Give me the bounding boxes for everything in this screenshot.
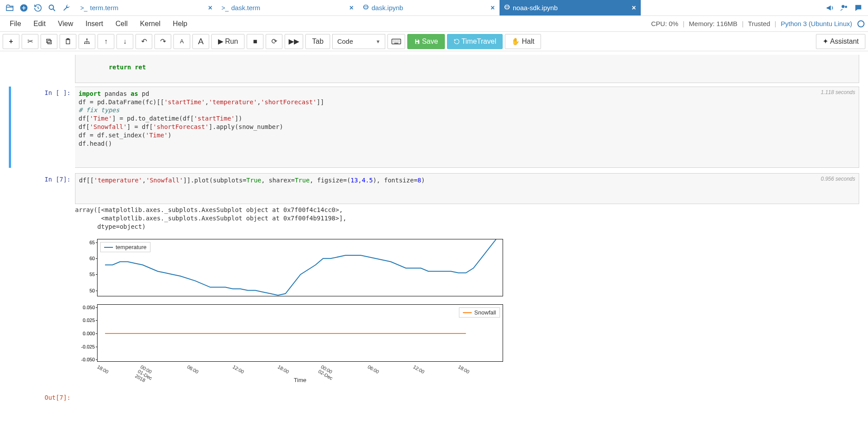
move-down-button[interactable]: ↓ [116,34,133,49]
svg-point-4 [505,5,510,10]
assistant-button[interactable]: ✦ Assistant [816,34,865,49]
plot-output: temperature 50556065 Snowfall -0.050-0.0… [75,235,859,388]
move-up-button[interactable]: ↑ [98,34,114,49]
menu-edit[interactable]: Edit [27,20,52,28]
cpu-status: CPU: 0% [651,20,678,27]
x-axis-label: Time [97,377,503,383]
svg-rect-18 [416,42,418,44]
temperature-line [98,239,504,297]
notebook-area[interactable]: return ret In [ ]: import pandas as pd d… [0,51,868,422]
trusted-status[interactable]: Trusted [748,20,770,27]
paste-button[interactable] [60,34,76,49]
close-icon[interactable]: × [491,4,495,12]
memory-status: Memory: 116MB [689,20,737,27]
output-prompt-row: Out[7]: [9,391,859,401]
svg-rect-17 [416,39,418,41]
megaphone-icon[interactable] [824,2,836,14]
status-bar: CPU: 0% | Memory: 116MB | Trusted | Pyth… [651,20,864,27]
input-prompt: In [ ]: [11,87,75,168]
halt-button[interactable]: ✋ Halt [505,34,541,49]
tab-label: dask.ipynb [372,4,488,11]
menu-view[interactable]: View [52,20,79,28]
search-icon[interactable] [46,2,58,14]
close-icon[interactable]: × [632,4,636,12]
terminal-icon: >_ [222,4,229,11]
wrench-icon[interactable] [60,2,72,14]
timetravel-button[interactable]: TimeTravel [447,34,503,49]
plus-circle-icon[interactable] [18,2,30,14]
code-cell[interactable]: In [7]: df[['temperature','Snowfall']].p… [9,173,859,388]
tab-noaa-sdk-ipynb[interactable]: noaa-sdk.ipynb × [500,0,641,15]
code-input[interactable]: df[['temperature','Snowfall']].plot(subp… [75,173,859,204]
tab-label: term.term [90,4,206,11]
menu-file[interactable]: File [4,20,27,28]
history-icon[interactable] [32,2,44,14]
svg-point-6 [842,5,845,8]
input-prompt: In [7]: [9,173,75,388]
svg-rect-8 [48,40,51,44]
svg-rect-14 [86,42,88,44]
tab-bar: >_ term.term × >_ dask.term × dask.ipynb… [76,0,820,15]
chat-icon[interactable] [852,2,864,14]
menu-bar: File Edit View Insert Cell Kernel Help C… [0,16,868,32]
svg-point-3 [364,6,368,8]
stop-button[interactable]: ■ [247,34,263,49]
cell-timing: 1.118 seconds [821,89,855,96]
top-toolbar: >_ term.term × >_ dask.term × dask.ipynb… [0,0,868,16]
keyboard-button[interactable] [387,34,405,49]
terminal-icon: >_ [80,4,87,11]
tab-dask-ipynb[interactable]: dask.ipynb × [358,0,500,15]
restart-button[interactable]: ⟳ [266,34,282,49]
run-all-button[interactable]: ▶▶ [285,34,303,49]
tree-button[interactable] [79,34,95,49]
kernel-idle-icon [857,20,864,27]
menu-cell[interactable]: Cell [109,20,134,28]
code-input[interactable]: import pandas as pd df = pd.DataFrame(fc… [75,87,859,168]
close-icon[interactable]: × [349,4,353,12]
truncated-code: return ret [109,64,146,71]
svg-rect-9 [47,39,50,42]
cell-type-value: Code [337,38,353,45]
previous-cell-tail: return ret [9,55,859,83]
svg-point-2 [364,5,368,10]
output-prompt: Out[7]: [9,391,75,401]
font-small-button[interactable]: A [173,34,190,49]
svg-rect-15 [88,42,90,44]
tab-label: dask.term [231,4,347,11]
output-text: array([<matplotlib.axes._subplots.AxesSu… [75,204,859,235]
menu-insert[interactable]: Insert [79,20,109,28]
menu-help[interactable]: Help [167,20,194,28]
tab-term-term[interactable]: >_ term.term × [76,0,217,15]
code-cell[interactable]: In [ ]: import pandas as pd df = pd.Data… [9,87,859,168]
save-button[interactable]: Save [407,34,444,49]
undo-button[interactable]: ↶ [135,34,152,49]
notebook-icon [504,4,510,11]
cut-button[interactable]: ✂ [22,34,38,49]
svg-rect-12 [86,38,88,40]
run-button[interactable]: ▶ Run [211,34,244,49]
svg-point-5 [505,6,510,8]
svg-rect-13 [84,42,86,44]
snowfall-line [98,305,504,362]
tab-dask-term[interactable]: >_ dask.term × [217,0,358,15]
svg-point-7 [845,6,847,8]
insert-cell-button[interactable]: + [3,34,19,49]
svg-point-1 [49,5,53,9]
cell-type-select[interactable]: Code ▼ [332,34,385,49]
notebook-icon [363,4,369,11]
cell-timing: 0.956 seconds [821,175,855,182]
folder-open-icon[interactable] [4,2,16,14]
users-icon[interactable] [838,2,850,14]
action-bar: + ✂ ↑ ↓ ↶ ↷ A A ▶ Run ■ ⟳ ▶▶ Tab Code ▼ … [0,32,868,51]
tab-label: noaa-sdk.ipynb [513,4,629,11]
kernel-name[interactable]: Python 3 (Ubuntu Linux) [781,20,852,27]
copy-button[interactable] [41,34,57,49]
tab-complete-button[interactable]: Tab [305,34,330,49]
font-large-button[interactable]: A [192,34,209,49]
close-icon[interactable]: × [208,4,212,12]
redo-button[interactable]: ↷ [154,34,171,49]
chevron-down-icon: ▼ [376,39,380,44]
menu-kernel[interactable]: Kernel [134,20,166,28]
